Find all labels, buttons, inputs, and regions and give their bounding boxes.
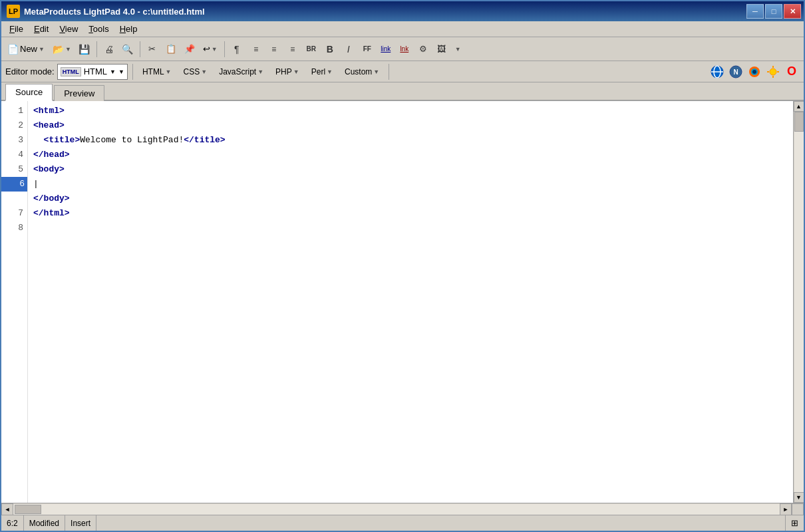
link-button[interactable]: link [377, 41, 395, 58]
print-icon: 🖨 [104, 44, 114, 55]
find-button[interactable]: 🔍 [119, 41, 136, 58]
align-left-button[interactable]: ≡ [247, 41, 264, 58]
more-dropdown-arrow: ▼ [455, 46, 461, 53]
code-line-2: <head> [33, 118, 788, 133]
undo-button[interactable]: ↩ ▼ [200, 41, 221, 58]
link2-icon: lnk [400, 45, 408, 53]
svg-point-8 [770, 68, 776, 75]
br-button[interactable]: BR [303, 41, 320, 58]
html-dropdown-arrow: ▼ [166, 68, 172, 75]
title-bar-left: LP MetaProducts LightPad 4.0 - c:\untitl… [7, 5, 205, 18]
br-icon: BR [307, 45, 316, 53]
paste-button[interactable]: 📌 [181, 41, 198, 58]
mode-select-label: HTML [84, 66, 107, 76]
browser-icons: N O [709, 64, 800, 80]
line-number: 7 [18, 208, 23, 218]
custom-dropdown-arrow: ▼ [373, 68, 379, 75]
scroll-left-button[interactable]: ◄ [1, 503, 13, 515]
cut-button[interactable]: ✂ [144, 41, 161, 58]
align-right-button[interactable]: ≡ [284, 41, 301, 58]
line-number: 2 [18, 120, 23, 130]
html-lang-button[interactable]: HTML ▼ [138, 64, 176, 80]
line-number-highlighted: 6 [1, 177, 27, 192]
css-dropdown-arrow: ▼ [201, 68, 207, 75]
ie-icon[interactable] [709, 64, 725, 80]
svg-text:N: N [733, 68, 738, 76]
scroll-track-vertical[interactable] [794, 112, 804, 492]
mode-select-arrow2: ▼ [118, 68, 124, 75]
line-number: 5 [18, 164, 23, 174]
editor-mode-bar: Editor mode: HTML HTML ▼ ▼ HTML ▼ CSS ▼ … [1, 61, 804, 82]
save-button[interactable]: 💾 [76, 41, 93, 58]
scroll-thumb-vertical[interactable] [794, 112, 804, 132]
close-button[interactable]: ✕ [784, 4, 801, 19]
menu-edit[interactable]: Edit [29, 23, 54, 35]
align-right-icon: ≡ [290, 45, 295, 54]
main-window: LP MetaProducts LightPad 4.0 - c:\untitl… [0, 0, 805, 532]
paragraph-button[interactable]: ¶ [228, 41, 245, 58]
custom-lang-button[interactable]: Custom ▼ [340, 64, 384, 80]
bold-icon: B [327, 44, 333, 55]
scroll-right-button[interactable]: ► [780, 503, 792, 515]
php-dropdown-arrow: ▼ [293, 68, 299, 75]
cut-icon: ✂ [148, 44, 156, 54]
line-number: 4 [18, 150, 23, 160]
scroll-thumb-horizontal[interactable] [15, 505, 41, 514]
undo-icon: ↩ [203, 44, 210, 54]
scroll-down-button[interactable]: ▼ [794, 492, 804, 503]
toolbar-separator-2 [140, 41, 140, 57]
code-line-3: <title>Welcome to LightPad!</title> [33, 133, 788, 148]
open-button[interactable]: 📂 ▼ [49, 41, 75, 58]
italic-button[interactable]: I [340, 41, 357, 58]
scrollbar-horizontal-row: ◄ ► [1, 503, 804, 515]
menu-view[interactable]: View [54, 23, 83, 35]
tab-preview[interactable]: Preview [54, 85, 104, 101]
scrollbar-vertical: ▲ ▼ [793, 101, 804, 503]
netscape-icon[interactable]: N [728, 64, 744, 80]
css-lang-button[interactable]: CSS ▼ [179, 64, 212, 80]
font-face-button[interactable]: FF [359, 41, 376, 58]
menu-file[interactable]: File [4, 23, 29, 35]
scroll-corner [792, 503, 804, 515]
new-button[interactable]: 📄 New ▼ [4, 41, 48, 58]
minimize-button[interactable]: ─ [746, 4, 764, 19]
more-button[interactable]: ▼ [452, 41, 464, 58]
image-button[interactable]: 🖼 [433, 41, 450, 58]
opera-icon[interactable]: O [784, 64, 800, 80]
title-bar: LP MetaProducts LightPad 4.0 - c:\untitl… [1, 1, 804, 21]
line-number: 8 [18, 223, 23, 233]
perl-dropdown-arrow: ▼ [327, 68, 333, 75]
code-line-1: <html> [33, 104, 788, 118]
bold-button[interactable]: B [321, 41, 339, 58]
editor-mode-label: Editor mode: [5, 66, 55, 76]
link2-button[interactable]: lnk [396, 41, 413, 58]
scroll-track-horizontal[interactable] [13, 504, 780, 515]
maximize-button[interactable]: □ [765, 4, 782, 19]
undo-dropdown-arrow: ▼ [212, 46, 218, 53]
copy-button[interactable]: 📋 [162, 41, 180, 58]
svg-point-7 [752, 70, 756, 74]
scroll-up-button[interactable]: ▲ [794, 101, 804, 112]
code-line-6: | [33, 177, 788, 192]
code-line-5: <body> [33, 162, 788, 177]
sun-icon[interactable] [765, 64, 781, 80]
menu-tools[interactable]: Tools [83, 23, 114, 35]
code-editor[interactable]: <html> <head> <title>Welcome to LightPad… [28, 101, 793, 503]
align-center-button[interactable]: ≡ [265, 41, 283, 58]
open-dropdown-arrow: ▼ [65, 46, 71, 53]
tab-source[interactable]: Source [5, 84, 53, 101]
firefox-icon[interactable] [746, 64, 762, 80]
js-lang-button[interactable]: JavaScript ▼ [214, 64, 268, 80]
script-button[interactable]: ⚙ [414, 41, 432, 58]
script-icon: ⚙ [419, 44, 427, 54]
print-button[interactable]: 🖨 [100, 41, 118, 58]
status-icon: ⊞ [785, 515, 804, 531]
mode-separator [132, 64, 133, 80]
content-area: 1 2 3 4 5 6 7 8 <html> <head> <title>Wel… [1, 101, 804, 515]
php-lang-button[interactable]: PHP ▼ [271, 64, 304, 80]
align-left-icon: ≡ [253, 45, 257, 54]
editor-mode-select[interactable]: HTML HTML ▼ ▼ [57, 64, 128, 80]
save-icon: 💾 [79, 44, 90, 55]
perl-lang-button[interactable]: Perl ▼ [307, 64, 337, 80]
menu-help[interactable]: Help [114, 23, 143, 35]
